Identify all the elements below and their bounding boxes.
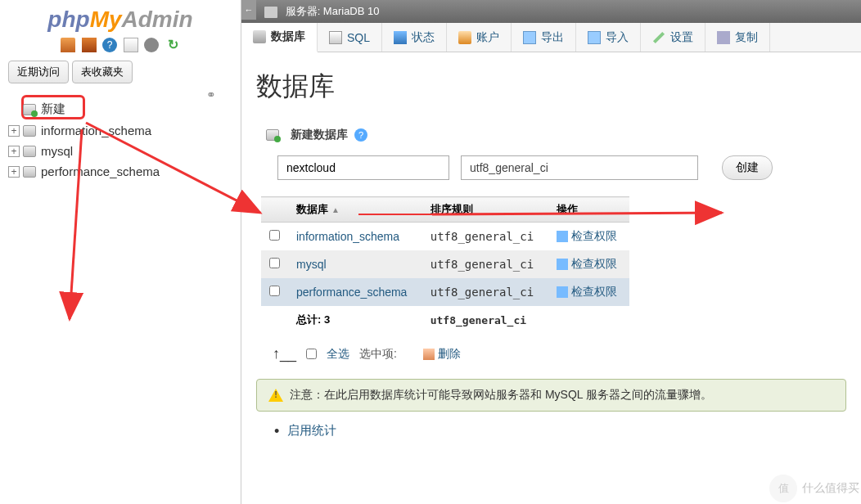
status-icon: [394, 31, 407, 44]
sort-icon[interactable]: ▲: [331, 205, 340, 214]
tree-db-item[interactable]: + performance_schema: [7, 161, 234, 182]
select-all-link[interactable]: 全选: [327, 347, 349, 362]
accounts-icon: [458, 31, 471, 44]
db-tree: ⚭ 新建 + information_schema + mysql + perf…: [0, 88, 241, 188]
watermark-text: 什么值得买: [802, 481, 859, 496]
favorites-tab[interactable]: 表收藏夹: [72, 61, 133, 83]
tab-database[interactable]: 数据库: [241, 23, 318, 52]
breadcrumb-label[interactable]: 服务器: MariaDB 10: [286, 5, 380, 17]
create-db-header: 新建数据库 ?: [256, 128, 846, 142]
delete-link[interactable]: 删除: [438, 347, 461, 360]
permission-icon: [557, 231, 568, 242]
col-collation[interactable]: 排序规则: [422, 197, 548, 223]
db-name-input[interactable]: [277, 155, 449, 180]
delete-icon: [423, 349, 435, 360]
tab-status[interactable]: 状态: [382, 23, 447, 52]
tab-replication[interactable]: 复制: [705, 23, 770, 52]
db-icon: [23, 166, 36, 178]
check-permission-link[interactable]: 检查权限: [571, 285, 617, 298]
check-permission-link[interactable]: 检查权限: [571, 257, 617, 270]
table-row: mysql utf8_general_ci 检查权限: [261, 250, 629, 278]
tab-settings[interactable]: 设置: [641, 23, 705, 52]
watermark-icon: 值: [769, 475, 797, 502]
server-icon: [264, 7, 277, 18]
create-button[interactable]: 创建: [722, 155, 773, 180]
settings-icon: [653, 31, 665, 43]
expand-icon[interactable]: +: [8, 166, 20, 178]
tab-sql[interactable]: SQL: [318, 23, 382, 52]
sidebar-nav-tabs: 近期访问 表收藏夹: [0, 56, 241, 88]
help-icon[interactable]: ?: [354, 128, 367, 142]
collation-cell: utf8_general_ci: [422, 250, 548, 278]
db-link[interactable]: mysql: [296, 258, 327, 271]
database-table: 数据库▲ 排序规则 操作 information_schema utf8_gen…: [261, 196, 629, 334]
tab-import[interactable]: 导入: [576, 23, 641, 52]
notice-box: 注意：在此启用数据库统计可能导致网站服务器和 MySQL 服务器之间的流量骤增。: [256, 379, 846, 412]
permission-icon: [557, 259, 568, 270]
enable-stats-link[interactable]: 启用统计: [256, 423, 846, 439]
replication-icon: [717, 31, 730, 44]
create-db-form: 创建: [256, 149, 846, 196]
new-db-icon: [23, 104, 36, 115]
total-label: 总计: 3: [288, 306, 422, 334]
db-icon: [23, 125, 36, 137]
col-action: 操作: [548, 197, 629, 223]
total-collation: utf8_general_ci: [422, 306, 548, 334]
import-icon: [588, 31, 601, 44]
collation-select[interactable]: [461, 155, 698, 180]
collapse-sidebar-button[interactable]: ←: [241, 0, 256, 20]
db-link[interactable]: performance_schema: [296, 286, 407, 299]
expand-icon[interactable]: +: [8, 125, 20, 137]
breadcrumb: 服务器: MariaDB 10: [241, 0, 861, 23]
with-selected-label: 选中项:: [359, 347, 397, 362]
db-icon: [23, 146, 36, 157]
tree-db-item[interactable]: + mysql: [7, 141, 234, 161]
sidebar-toolbar: ? ↻: [0, 34, 241, 56]
export-icon: [523, 31, 536, 44]
permission-icon: [557, 286, 568, 298]
select-all-checkbox[interactable]: [306, 349, 317, 359]
logout-icon[interactable]: [82, 38, 97, 52]
table-footer: 总计: 3 utf8_general_ci: [261, 306, 629, 334]
col-database: 数据库▲: [288, 197, 422, 223]
database-icon: [253, 30, 266, 43]
arrow-up-icon: ↑__: [273, 345, 296, 362]
home-icon[interactable]: [61, 38, 75, 52]
content: 数据库 新建数据库 ? 创建 数据库▲ 排序规则 操作: [241, 52, 861, 455]
page-title: 数据库: [256, 69, 846, 105]
gear-icon[interactable]: [144, 38, 159, 52]
sidebar: phpMyAdmin ? ↻ 近期访问 表收藏夹 ⚭ 新建 + informat…: [0, 0, 241, 504]
tree-new-label: 新建: [41, 101, 65, 117]
table-row: performance_schema utf8_general_ci 检查权限: [261, 278, 629, 306]
warning-icon: [268, 389, 283, 402]
db-link[interactable]: information_schema: [296, 230, 399, 243]
row-checkbox[interactable]: [269, 258, 280, 268]
tab-export[interactable]: 导出: [512, 23, 576, 52]
table-row: information_schema utf8_general_ci 检查权限: [261, 223, 629, 251]
link-icon[interactable]: ⚭: [206, 88, 216, 101]
main: ← 服务器: MariaDB 10 数据库 SQL 状态 账户 导出 导入 设置…: [241, 0, 861, 504]
tab-accounts[interactable]: 账户: [447, 23, 512, 52]
refresh-icon[interactable]: ↻: [165, 38, 180, 52]
help-icon[interactable]: ?: [102, 38, 117, 52]
sql-icon[interactable]: [124, 38, 138, 52]
tree-new[interactable]: 新建: [7, 98, 234, 120]
check-permission-link[interactable]: 检查权限: [571, 229, 617, 242]
expand-icon[interactable]: +: [8, 146, 20, 157]
sql-icon: [329, 31, 342, 44]
collation-cell: utf8_general_ci: [422, 223, 548, 251]
watermark: 值 什么值得买: [769, 475, 859, 502]
tree-db-label: mysql: [41, 144, 73, 158]
row-checkbox[interactable]: [269, 230, 280, 241]
tree-db-label: information_schema: [41, 124, 151, 137]
create-db-label: 新建数据库: [291, 128, 348, 142]
recent-tab[interactable]: 近期访问: [8, 61, 69, 83]
tree-db-item[interactable]: + information_schema: [7, 120, 234, 141]
collation-cell: utf8_general_ci: [422, 278, 548, 306]
logo[interactable]: phpMyAdmin: [0, 0, 241, 34]
tree-db-label: performance_schema: [41, 164, 160, 178]
new-db-icon: [266, 129, 279, 141]
top-tabs: 数据库 SQL 状态 账户 导出 导入 设置 复制: [241, 23, 861, 52]
row-checkbox[interactable]: [269, 286, 280, 296]
notice-text: 注意：在此启用数据库统计可能导致网站服务器和 MySQL 服务器之间的流量骤增。: [290, 388, 712, 403]
